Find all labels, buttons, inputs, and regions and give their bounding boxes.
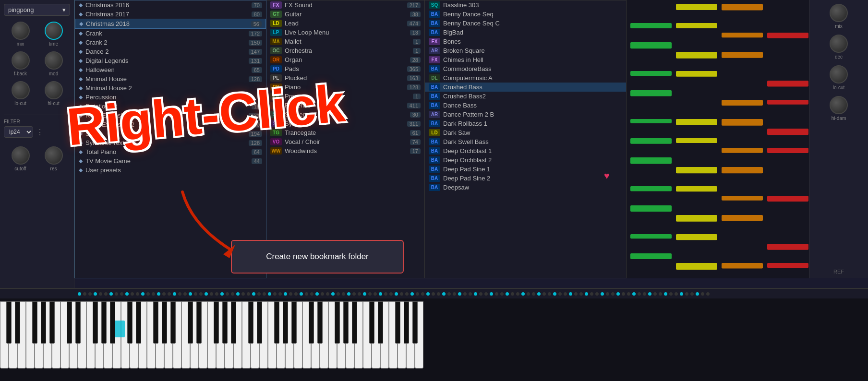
piano-key-black[interactable] bbox=[291, 301, 297, 344]
right-hidam-knob[interactable] bbox=[830, 96, 848, 114]
preset-item[interactable]: ◆Minimal House128 bbox=[75, 74, 266, 83]
piano-key-black[interactable] bbox=[214, 301, 219, 344]
heart-icon[interactable]: ♥ bbox=[604, 170, 610, 181]
piano-key-black[interactable] bbox=[343, 301, 349, 344]
piano-key-black[interactable] bbox=[67, 301, 72, 344]
sound-item[interactable]: ARBroken Square bbox=[425, 46, 626, 55]
preset-item[interactable]: ◆ROM Extension131 bbox=[75, 111, 266, 120]
sound-item[interactable]: LDDark Saw bbox=[425, 128, 626, 137]
sound-item[interactable]: BADark Swell Bass bbox=[425, 137, 626, 146]
create-bookmark-folder-button[interactable]: Create new bookmark folder bbox=[231, 240, 404, 274]
piano-key-black[interactable] bbox=[49, 301, 55, 344]
piano-key-black[interactable] bbox=[188, 301, 193, 344]
category-item[interactable]: RCReicence411 bbox=[266, 101, 424, 110]
sound-item[interactable]: BADeep Pad Sine 2 bbox=[425, 174, 626, 183]
category-item[interactable]: WWWoodwinds17 bbox=[266, 146, 424, 155]
locut-knob[interactable] bbox=[12, 81, 30, 99]
piano-key-black[interactable] bbox=[283, 301, 288, 344]
piano-key-black[interactable] bbox=[110, 301, 115, 344]
sound-item[interactable]: BADance Bass bbox=[425, 101, 626, 110]
preset-item[interactable]: ◆Percussion bbox=[75, 93, 266, 102]
preset-item[interactable]: ◆User presets bbox=[75, 166, 266, 175]
piano-key-black[interactable] bbox=[317, 301, 323, 344]
sound-item[interactable]: BACrushed Bass2 bbox=[425, 92, 626, 101]
category-item[interactable]: PRPrcer1 bbox=[266, 92, 424, 101]
category-item[interactable]: OROrgan28 bbox=[266, 55, 424, 64]
piano-key-black[interactable] bbox=[153, 301, 158, 344]
piano-key-black[interactable] bbox=[75, 301, 81, 344]
sound-item[interactable]: ARDance Pattern 2 B bbox=[425, 110, 626, 119]
category-item[interactable]: TGTrancegate61 bbox=[266, 128, 424, 137]
preset-item[interactable]: ◆Digital Legends131 bbox=[75, 56, 266, 65]
preset-item[interactable]: ◆Crank 2150 bbox=[75, 38, 266, 47]
preset-item[interactable]: ◆Christmas 201670 bbox=[75, 0, 266, 10]
preset-item[interactable]: ◆Rotation18 bbox=[75, 102, 266, 111]
preset-item[interactable]: ◆Synthetic Textures128 bbox=[75, 138, 266, 147]
feedback-knob[interactable] bbox=[12, 51, 30, 70]
filter-dots-icon[interactable]: ⋮ bbox=[36, 128, 44, 137]
category-item[interactable]: SQSequencer30 bbox=[266, 110, 424, 119]
piano-key-black[interactable] bbox=[162, 301, 167, 344]
piano-key-black[interactable] bbox=[395, 301, 400, 344]
sound-item[interactable]: BABenny Dance Seq C bbox=[425, 19, 626, 28]
hicut-knob[interactable] bbox=[45, 81, 63, 99]
cutoff-knob[interactable] bbox=[12, 146, 30, 165]
piano-key-black[interactable] bbox=[231, 301, 236, 344]
right-dec-knob[interactable] bbox=[830, 35, 848, 53]
category-item[interactable]: FXFX Sound217 bbox=[266, 0, 424, 10]
piano-key-black[interactable] bbox=[32, 301, 37, 344]
res-knob[interactable] bbox=[45, 146, 63, 165]
piano-key-black[interactable] bbox=[170, 301, 176, 344]
sound-item[interactable]: BABenny Dance Seq bbox=[425, 10, 626, 19]
preset-item[interactable]: ◆Minimal House 2 bbox=[75, 83, 266, 93]
preset-item[interactable]: ◆ROM Extension 2360 bbox=[75, 120, 266, 129]
sound-item[interactable]: BADark Rollbass 1 bbox=[425, 119, 626, 128]
right-mix-knob[interactable] bbox=[830, 4, 848, 22]
mod-knob[interactable] bbox=[45, 51, 63, 70]
sound-item[interactable]: SQBassline 303 bbox=[425, 0, 626, 10]
preset-item[interactable]: ◆Total Piano64 bbox=[75, 147, 266, 156]
sound-item[interactable]: BACrushed Bass bbox=[425, 83, 626, 92]
preset-item[interactable]: ◆Crank172 bbox=[75, 29, 266, 38]
piano-key-black[interactable] bbox=[257, 301, 262, 344]
piano-key-black[interactable] bbox=[335, 301, 340, 344]
category-item[interactable]: PLPlucked163 bbox=[266, 73, 424, 83]
piano-key-black[interactable] bbox=[274, 301, 279, 344]
piano-key-black[interactable] bbox=[15, 301, 20, 344]
piano-key-black[interactable] bbox=[93, 301, 98, 344]
sound-item[interactable]: BADeepsaw bbox=[425, 183, 626, 192]
preset-item[interactable]: ◆Dance 2147 bbox=[75, 47, 266, 56]
preset-item[interactable]: ◆Christmas 201856 bbox=[75, 19, 266, 29]
piano-key-black[interactable] bbox=[352, 301, 357, 344]
category-item[interactable]: VOVocal / Choir74 bbox=[266, 137, 424, 146]
sound-item[interactable]: BABigBad bbox=[425, 28, 626, 37]
piano-key-black[interactable] bbox=[6, 301, 12, 344]
piano-key-black[interactable] bbox=[196, 301, 202, 344]
category-item[interactable]: PNPiano128 bbox=[266, 83, 424, 92]
preset-item[interactable]: ◆Christmas 201780 bbox=[75, 10, 266, 19]
piano-key-black[interactable] bbox=[127, 301, 133, 344]
sound-item[interactable]: FXChimes in Hell bbox=[425, 55, 626, 64]
right-locut-knob[interactable] bbox=[830, 65, 848, 83]
category-item[interactable]: LPLive Loop Menu13 bbox=[266, 28, 424, 37]
piano-key-black[interactable] bbox=[404, 301, 409, 344]
piano-key-black[interactable] bbox=[369, 301, 374, 344]
piano-key-black[interactable] bbox=[41, 301, 46, 344]
piano-key-black[interactable] bbox=[222, 301, 228, 344]
sound-item[interactable]: FXBones bbox=[425, 37, 626, 46]
category-item[interactable]: GTGuitar38 bbox=[266, 10, 424, 19]
category-item[interactable]: MAMallet1 bbox=[266, 37, 424, 46]
piano-key-black[interactable] bbox=[248, 301, 253, 344]
piano-key-black[interactable] bbox=[101, 301, 107, 344]
sound-item[interactable]: BACommodoreBass bbox=[425, 64, 626, 73]
category-item[interactable]: PDPads365 bbox=[266, 64, 424, 73]
piano-key-black[interactable] bbox=[136, 301, 141, 344]
preset-item[interactable]: ◆TV Movie Game44 bbox=[75, 156, 266, 166]
sound-item[interactable]: DLComputermusic A bbox=[425, 73, 626, 83]
filter-select[interactable]: lp24 lp12 hp24 bp24 bbox=[4, 126, 33, 138]
sound-item[interactable]: BADeep Orchblast 2 bbox=[425, 155, 626, 165]
category-item[interactable]: SYSynth311 bbox=[266, 119, 424, 128]
mode-dropdown[interactable]: pingpong ▾ bbox=[4, 4, 70, 16]
sound-item[interactable]: BADeep Orchblast 1 bbox=[425, 146, 626, 155]
category-item[interactable]: OCOrchestra1 bbox=[266, 46, 424, 55]
